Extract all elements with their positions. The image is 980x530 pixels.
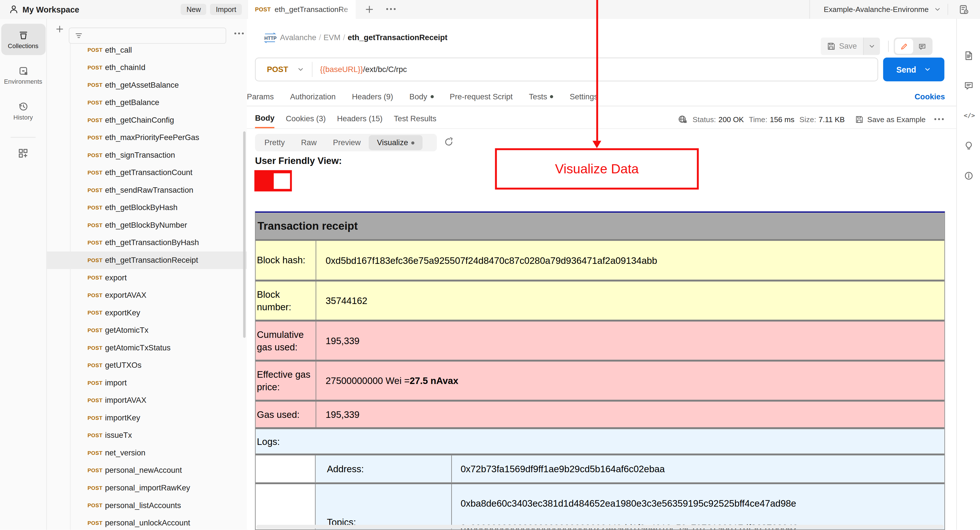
- view-tab[interactable]: Preview: [325, 135, 369, 150]
- request-tab[interactable]: Body: [409, 92, 434, 101]
- sidebar-request[interactable]: POST eth_call: [47, 41, 247, 59]
- sidebar-request[interactable]: POST personal_newAccount: [47, 462, 247, 479]
- sidebar-request[interactable]: POST personal_listAccounts: [47, 497, 247, 514]
- sidebar-request[interactable]: POST importAVAX: [47, 392, 247, 409]
- sidebar-request[interactable]: POST eth_getTransactionCount: [47, 164, 247, 182]
- request-tab[interactable]: Params: [247, 92, 274, 101]
- request-tab-open[interactable]: POST eth_getTransactionRece: [248, 0, 355, 19]
- request-name: import: [105, 378, 127, 387]
- response-tab[interactable]: Test Results: [394, 111, 436, 128]
- save-dropdown-chevron[interactable]: [863, 38, 880, 55]
- sidebar-scrollbar[interactable]: [243, 131, 246, 338]
- sidebar-request[interactable]: POST eth_getBalance: [47, 94, 247, 112]
- code-snippet-icon[interactable]: </>: [964, 112, 975, 119]
- request-tab[interactable]: Headers (9): [352, 92, 393, 101]
- request-name: eth_getChainConfig: [105, 116, 174, 125]
- import-button[interactable]: Import: [210, 4, 242, 15]
- new-tab-button[interactable]: [364, 4, 374, 14]
- info-icon[interactable]: [964, 171, 974, 181]
- comment-mode-button[interactable]: [913, 39, 931, 54]
- request-tab[interactable]: Pre-request Script: [450, 92, 512, 101]
- sidebar-request[interactable]: POST net_version: [47, 444, 247, 462]
- sidebar-request[interactable]: POST getAtomicTx: [47, 322, 247, 339]
- view-tab[interactable]: Visualize: [369, 135, 423, 150]
- sidebar-request[interactable]: POST eth_signTransaction: [47, 146, 247, 164]
- request-tab[interactable]: Authorization: [290, 92, 336, 101]
- save-as-example-button[interactable]: Save as Example: [855, 115, 926, 123]
- send-button[interactable]: Send: [883, 57, 944, 81]
- sidebar-request[interactable]: POST importKey: [47, 409, 247, 427]
- sidebar-request[interactable]: POST eth_getAssetBalance: [47, 76, 247, 94]
- sidebar-request[interactable]: POST eth_chainId: [47, 59, 247, 77]
- chevron-down-icon[interactable]: [934, 6, 941, 13]
- sidebar-request[interactable]: POST exportAVAX: [47, 287, 247, 304]
- sidebar-request[interactable]: POST personal_unlockAccount: [47, 514, 247, 530]
- row-label: Block hash:: [256, 241, 316, 279]
- sidebar-request[interactable]: POST eth_getBlockByHash: [47, 199, 247, 217]
- request-name: eth_call: [105, 46, 132, 54]
- lightbulb-icon[interactable]: [964, 140, 974, 150]
- workspace-modules-icon[interactable]: [18, 148, 29, 159]
- breadcrumb-part[interactable]: EVM/: [324, 33, 345, 42]
- cookies-link[interactable]: Cookies: [915, 93, 945, 101]
- workspace-title[interactable]: My Workspace: [22, 5, 80, 14]
- view-tab[interactable]: Pretty: [256, 135, 293, 150]
- method-select[interactable]: POST: [267, 65, 288, 74]
- sidebar-request[interactable]: POST getAtomicTxStatus: [47, 339, 247, 357]
- sidebar-request[interactable]: POST eth_getTransactionReceipt: [47, 251, 247, 269]
- request-name: getUTXOs: [105, 361, 142, 370]
- new-button[interactable]: New: [181, 4, 207, 15]
- row-label: Cumulative gas used:: [256, 322, 316, 360]
- user-friendly-checkbox[interactable]: [254, 170, 292, 192]
- sidebar-item-environments[interactable]: Environments: [1, 59, 45, 91]
- sidebar-request[interactable]: POST eth_getChainConfig: [47, 111, 247, 129]
- sidebar-request[interactable]: POST personal_importRawKey: [47, 479, 247, 497]
- documentation-icon[interactable]: [964, 51, 974, 61]
- response-tab[interactable]: Headers (15): [337, 111, 382, 128]
- sidebar-request[interactable]: POST eth_getBlockByNumber: [47, 216, 247, 234]
- horizontal-scrollbar[interactable]: [256, 525, 943, 528]
- view-tab[interactable]: Raw: [293, 135, 325, 150]
- environment-selector[interactable]: Example-Avalanche-Environme: [824, 5, 929, 14]
- comment-icon[interactable]: [964, 81, 974, 91]
- url-input[interactable]: {{baseURL}}/ext/bc/C/rpc: [320, 65, 407, 74]
- sidebar-request[interactable]: POST getUTXOs: [47, 357, 247, 374]
- method-badge: POST: [88, 135, 103, 141]
- sidebar-request[interactable]: POST eth_maxPriorityFeePerGas: [47, 129, 247, 147]
- request-name: personal_unlockAccount: [105, 519, 190, 527]
- add-collection-icon[interactable]: [55, 24, 64, 34]
- request-tab[interactable]: Tests: [529, 92, 554, 101]
- sidebar-request[interactable]: POST import: [47, 374, 247, 392]
- network-globe-icon[interactable]: [678, 114, 688, 124]
- sidebar-request[interactable]: POST exportKey: [47, 304, 247, 322]
- breadcrumb-part[interactable]: Avalanche/: [280, 33, 321, 42]
- sidebar-item-collections[interactable]: Collections: [1, 24, 45, 55]
- response-tab[interactable]: Body: [255, 110, 275, 128]
- environment-section: Example-Avalanche-Environme: [809, 0, 980, 19]
- sidebar-request[interactable]: POST issueTx: [47, 427, 247, 444]
- refresh-icon[interactable]: [444, 137, 453, 147]
- user-avatar-icon[interactable]: [9, 4, 19, 14]
- svg-text:HTTP: HTTP: [264, 35, 277, 41]
- sidebar-item-history[interactable]: History: [1, 95, 45, 126]
- save-button[interactable]: Save: [820, 38, 880, 55]
- tab-options-icon[interactable]: [386, 8, 396, 10]
- annotation-arrow-head: [592, 140, 601, 148]
- edit-mode-button[interactable]: [895, 39, 913, 54]
- sidebar-request[interactable]: POST eth_getTransactionByHash: [47, 234, 247, 252]
- environment-quick-look-icon[interactable]: [959, 4, 969, 15]
- request-tab[interactable]: Settings: [570, 92, 598, 101]
- save-label: Save: [839, 42, 857, 51]
- request-name: exportKey: [105, 308, 140, 317]
- sidebar-options-icon[interactable]: [234, 32, 244, 34]
- response-tab[interactable]: Cookies (3): [286, 111, 326, 128]
- method-badge: POST: [88, 275, 103, 281]
- url-bar[interactable]: POST {{baseURL}}/ext/bc/C/rpc: [255, 57, 878, 81]
- workspace-section: My Workspace New Import: [0, 0, 248, 19]
- response-options-icon[interactable]: [934, 118, 944, 120]
- sidebar-request[interactable]: POST eth_sendRawTransaction: [47, 181, 247, 199]
- method-chevron-icon[interactable]: [297, 66, 304, 73]
- sidebar-request[interactable]: POST export: [47, 269, 247, 287]
- row-value: 0xd5bd167f183efc36e75a925507f24d8470c87c…: [316, 241, 945, 279]
- row-label: Block number:: [256, 281, 316, 320]
